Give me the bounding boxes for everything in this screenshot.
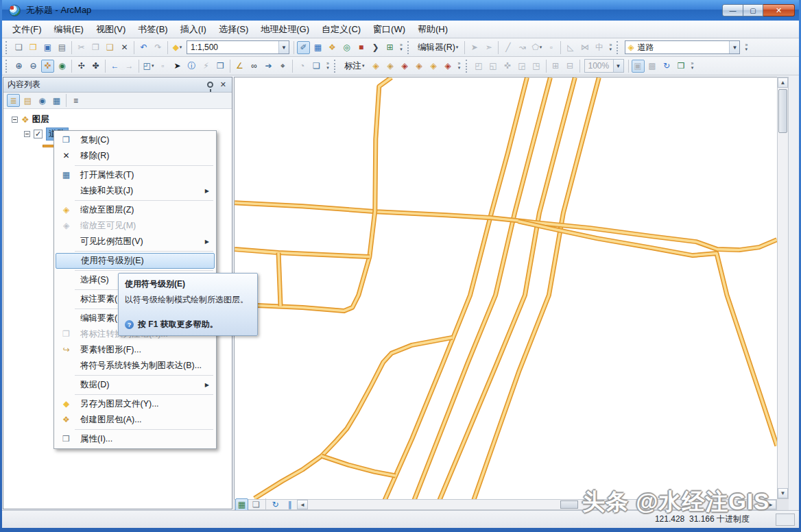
go-to-xy-icon[interactable]: ⌖ bbox=[276, 60, 289, 73]
layout-view-button[interactable]: ❏ bbox=[250, 498, 263, 511]
delete-icon[interactable]: ✕ bbox=[118, 41, 131, 54]
print-icon[interactable]: ▤ bbox=[56, 41, 69, 54]
pan-icon[interactable]: ✜ bbox=[41, 60, 54, 73]
road-layer-checkbox[interactable]: ✓ bbox=[34, 130, 43, 138]
fixed-zoom-out-icon[interactable]: ✤ bbox=[89, 60, 102, 73]
tree-item-layers[interactable]: 图层 bbox=[32, 114, 49, 125]
find-route-icon[interactable]: ➔ bbox=[262, 60, 275, 73]
add-data-icon[interactable]: ◆▾ bbox=[171, 41, 184, 54]
combo-dropdown-icon[interactable]: ▼ bbox=[729, 41, 739, 53]
save-icon[interactable]: ▣ bbox=[41, 41, 54, 54]
minimize-button[interactable]: — bbox=[722, 4, 743, 16]
context-menu-item-13[interactable]: 将符号系统转换为制图表达(B)... bbox=[56, 358, 215, 374]
lock-labels-icon[interactable]: ◈ bbox=[413, 60, 426, 73]
toolbar-grip[interactable] bbox=[617, 41, 620, 54]
search-window-icon[interactable]: ◎ bbox=[340, 41, 353, 54]
map-scale-combo[interactable]: 1:1,500▼ bbox=[187, 40, 289, 54]
toolbar-overflow-icon[interactable]: »▾ bbox=[455, 58, 464, 73]
toolbar-grip[interactable] bbox=[5, 41, 9, 54]
viewer-window-icon[interactable]: ❏ bbox=[310, 60, 323, 73]
expander-road-layer[interactable] bbox=[24, 131, 30, 137]
close-button[interactable]: ✕ bbox=[763, 4, 795, 16]
context-menu-item-14[interactable]: 数据(D)▶ bbox=[56, 377, 215, 393]
toolbar-overflow-icon[interactable]: »▾ bbox=[742, 40, 750, 55]
menubar-item-2[interactable]: 视图(V) bbox=[90, 21, 132, 38]
data-view-button[interactable]: ▦ bbox=[235, 498, 248, 511]
scroll-left-icon[interactable]: ◄ bbox=[297, 500, 308, 509]
new-document-icon[interactable]: ❏ bbox=[12, 41, 25, 54]
back-extent-icon[interactable]: ← bbox=[108, 60, 121, 73]
context-menu-item-16[interactable]: ❖创建图层包(A)... bbox=[56, 412, 215, 428]
scroll-up-icon[interactable]: ▲ bbox=[778, 77, 788, 88]
context-menu-item-12[interactable]: ↪要素转图形(F)... bbox=[56, 342, 215, 358]
scroll-down-icon[interactable]: ▼ bbox=[778, 488, 788, 498]
menubar-item-8[interactable]: 窗口(W) bbox=[367, 21, 411, 38]
label-manager-icon[interactable]: ◈ bbox=[370, 60, 383, 73]
maximize-button[interactable]: ▢ bbox=[743, 4, 763, 16]
refresh-view-button[interactable]: ↻ bbox=[269, 498, 282, 511]
pause-drawing-button[interactable]: ∥ bbox=[283, 498, 296, 511]
menubar-item-7[interactable]: 自定义(C) bbox=[315, 21, 367, 38]
toolbar-grip[interactable] bbox=[407, 41, 411, 54]
label-weight-ranking-icon[interactable]: ◈ bbox=[398, 60, 411, 73]
toc-options-icon[interactable]: ≡ bbox=[69, 94, 82, 107]
measure-icon[interactable]: ∠ bbox=[233, 60, 246, 73]
refresh-view-icon[interactable]: ↻ bbox=[660, 60, 673, 73]
view-unplaced-labels-icon[interactable]: ◈ bbox=[442, 60, 455, 73]
context-menu-item-7[interactable]: 使用符号级别(E) bbox=[56, 253, 215, 269]
html-popup-icon[interactable]: ❒ bbox=[214, 60, 227, 73]
combo-dropdown-icon[interactable]: ▼ bbox=[613, 60, 623, 72]
menubar-item-1[interactable]: 编辑(E) bbox=[48, 21, 90, 38]
map-canvas[interactable] bbox=[234, 77, 777, 499]
context-menu-item-15[interactable]: ◆另存为图层文件(Y)... bbox=[56, 396, 215, 412]
catalog-window-icon[interactable]: ❖ bbox=[326, 41, 339, 54]
toolbar-overflow-icon[interactable]: »▾ bbox=[689, 58, 697, 73]
context-menu-item-4[interactable]: ◈缩放至图层(Z) bbox=[56, 202, 215, 218]
list-by-drawing-order-icon[interactable]: ≣ bbox=[7, 94, 20, 107]
expander-layers[interactable] bbox=[12, 117, 18, 123]
paste-icon[interactable]: ❑ bbox=[104, 41, 117, 54]
context-menu-item-1[interactable]: ✕移除(R) bbox=[56, 148, 215, 164]
combo-dropdown-icon[interactable]: ▼ bbox=[278, 41, 289, 53]
full-extent-icon[interactable]: ◉ bbox=[56, 60, 69, 73]
select-elements-icon[interactable]: ➤ bbox=[171, 60, 184, 73]
menubar-item-3[interactable]: 书签(B) bbox=[132, 21, 174, 38]
modelbuilder-icon[interactable]: ⊞ bbox=[383, 41, 396, 54]
vertical-scrollbar[interactable]: ▲ ▼ bbox=[777, 77, 789, 499]
zoom-out-icon[interactable]: ⊖ bbox=[27, 60, 40, 73]
zoom-in-icon[interactable]: ⊕ bbox=[12, 60, 25, 73]
active-layer-combo[interactable]: ◈道路▼ bbox=[625, 40, 740, 54]
list-by-visibility-icon[interactable]: ◉ bbox=[36, 94, 49, 107]
menubar-item-0[interactable]: 文件(F) bbox=[6, 21, 48, 38]
select-features-icon[interactable]: ◰▾ bbox=[142, 60, 155, 73]
list-by-source-icon[interactable]: ▤ bbox=[21, 94, 34, 107]
menubar-item-5[interactable]: 选择(S) bbox=[213, 21, 254, 38]
undo-icon[interactable]: ↶ bbox=[137, 41, 150, 54]
identify-icon[interactable]: ⓘ bbox=[185, 60, 198, 73]
toolbar-overflow-icon[interactable]: »▾ bbox=[324, 58, 332, 73]
toolbar-grip[interactable] bbox=[5, 60, 9, 73]
table-windows-icon[interactable]: ▦ bbox=[311, 41, 324, 54]
context-menu-item-2[interactable]: ▦打开属性表(T) bbox=[56, 167, 215, 183]
toolbar-overflow-icon[interactable]: »▾ bbox=[606, 40, 614, 55]
find-icon[interactable]: ∞ bbox=[248, 60, 261, 73]
horizontal-scroll-thumb[interactable] bbox=[560, 500, 578, 509]
menubar-item-4[interactable]: 插入(I) bbox=[174, 21, 213, 38]
fixed-zoom-in-icon[interactable]: ✣ bbox=[75, 60, 88, 73]
context-menu-item-17[interactable]: ❒属性(I)... bbox=[56, 431, 215, 447]
label-priority-ranking-icon[interactable]: ◈ bbox=[384, 60, 397, 73]
menubar-item-9[interactable]: 帮助(H) bbox=[411, 21, 454, 38]
label-menu-button[interactable]: 标注▾ bbox=[340, 59, 369, 73]
toolbar-grip[interactable] bbox=[334, 60, 337, 73]
list-by-selection-icon[interactable]: ▦ bbox=[50, 94, 63, 107]
toolbar-grip[interactable] bbox=[466, 60, 469, 73]
toolbar-overflow-icon[interactable]: »▾ bbox=[397, 40, 405, 55]
menubar-item-6[interactable]: 地理处理(G) bbox=[254, 21, 315, 38]
context-menu-item-6[interactable]: 可见比例范围(V)▶ bbox=[56, 234, 215, 250]
editor-menu-button[interactable]: 编辑器(R)▾ bbox=[414, 40, 462, 55]
editor-toolbar-toggle-icon[interactable]: ✐ bbox=[297, 41, 310, 54]
vertical-scroll-thumb[interactable] bbox=[778, 89, 787, 133]
arctoolbox-icon[interactable]: ■ bbox=[355, 41, 368, 54]
open-folder-icon[interactable]: ❒ bbox=[27, 41, 40, 54]
toc-close-icon[interactable]: ✕ bbox=[220, 80, 226, 89]
